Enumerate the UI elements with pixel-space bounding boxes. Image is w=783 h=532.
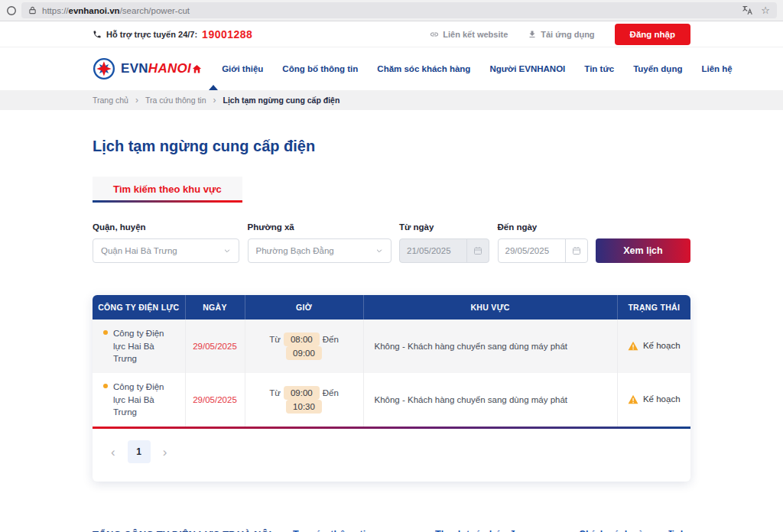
main-navigation: EVNHANOI Giới thiệu Công bố thông tin Ch…: [0, 47, 783, 90]
nav-item-cham-soc-khach-hang[interactable]: Chăm sóc khách hàng: [377, 64, 470, 73]
col-header-area: KHU VỰC: [363, 295, 617, 320]
tab-search-by-area[interactable]: Tìm kiếm theo khu vực: [93, 177, 242, 203]
url-scheme: https://: [42, 6, 69, 15]
chevron-down-icon: [375, 247, 383, 255]
status-label: Kế hoạch: [643, 394, 681, 404]
breadcrumb-home[interactable]: Trang chủ: [93, 96, 128, 105]
time-from-label: Từ: [269, 388, 281, 397]
nav-menu: Giới thiệu Công bố thông tin Chăm sóc kh…: [191, 63, 733, 75]
nav-active-indicator: [209, 85, 218, 90]
translate-icon[interactable]: [742, 5, 753, 16]
nav-item-tin-tuc[interactable]: Tin tức: [584, 64, 614, 73]
from-date-value: 21/05/2025: [400, 239, 466, 262]
hotline-label: Hỗ trợ trực tuyến 24/7:: [106, 30, 197, 39]
login-button[interactable]: Đăng nhập: [615, 24, 690, 45]
row-company: Công ty Điện lực Hai Bà Trưng: [113, 327, 179, 365]
pagination-next-icon[interactable]: ›: [160, 446, 171, 459]
home-icon[interactable]: [191, 63, 203, 75]
calendar-icon[interactable]: [565, 239, 587, 262]
time-to-badge: 09:00: [286, 346, 322, 360]
to-date-value: 29/05/2025: [499, 239, 565, 262]
download-app-label: Tải ứng dụng: [541, 30, 594, 39]
address-bar[interactable]: https://evnhanoi.vn/search/power-cut ☆: [21, 2, 777, 18]
hotline: Hỗ trợ trực tuyến 24/7: 19001288: [93, 28, 252, 41]
time-from-badge: 09:00: [284, 386, 320, 400]
pagination-page-1[interactable]: 1: [128, 440, 151, 463]
search-form: Quận, huyện Quận Hai Bà Trưng Phường xã …: [93, 222, 690, 263]
row-status: Kế hoạch: [617, 373, 690, 427]
link-icon: [430, 30, 439, 39]
col-header-date: NGÀY: [185, 295, 245, 320]
nav-item-cong-bo-thong-tin[interactable]: Công bố thông tin: [282, 64, 358, 73]
url-text[interactable]: https://evnhanoi.vn/search/power-cut: [42, 6, 736, 15]
browser-toolbar: https://evnhanoi.vn/search/power-cut ☆: [0, 0, 783, 21]
shield-icon[interactable]: [6, 5, 17, 16]
bookmark-star-icon[interactable]: ☆: [761, 5, 770, 15]
breadcrumb: Trang chủ › Tra cứu thông tin › Lịch tạm…: [0, 90, 783, 110]
row-area: Không - Khách hàng chuyển sang dùng máy …: [363, 373, 617, 427]
from-date-label: Từ ngày: [399, 222, 489, 232]
pagination-prev-icon[interactable]: ‹: [108, 446, 119, 459]
from-date-input[interactable]: 21/05/2025: [399, 238, 489, 263]
to-date-label: Đến ngày: [498, 222, 588, 232]
time-to-badge: 10:30: [286, 400, 322, 414]
row-area: Không - Khách hàng chuyển sang dùng máy …: [363, 320, 617, 373]
calendar-icon[interactable]: [466, 239, 489, 262]
bullet-dot-icon: [103, 384, 108, 388]
breadcrumb-lookup[interactable]: Tra cứu thông tin: [145, 96, 206, 105]
nav-item-nguoi-evnhanoi[interactable]: Người EVNHANOI: [489, 64, 565, 73]
footer-col-policy-title: Chính sách và quy định: [579, 529, 690, 532]
row-date: 29/05/2025: [185, 373, 245, 427]
warning-triangle-icon: [628, 341, 638, 351]
footer-company-title: TỔNG CÔNG TY ĐIỆN LỰC TP.HÀ NỘI: [93, 529, 293, 532]
row-date: 29/05/2025: [185, 320, 245, 373]
url-path: /search/power-cut: [120, 6, 190, 15]
footer: TỔNG CÔNG TY ĐIỆN LỰC TP.HÀ NỘI Địa chỉ:…: [0, 512, 783, 532]
nav-item-tuyen-dung[interactable]: Tuyển dụng: [633, 64, 682, 73]
table-row: Công ty Điện lực Hai Bà Trưng 29/05/2025…: [93, 320, 690, 373]
utility-bar: Hỗ trợ trực tuyến 24/7: 19001288 Liên kế…: [0, 21, 783, 47]
logo-text-evn: EVN: [121, 61, 148, 76]
bullet-dot-icon: [103, 330, 108, 335]
warning-triangle-icon: [628, 394, 638, 404]
chevron-right-icon: ›: [135, 95, 138, 105]
logo-text-hanoi: HANOI: [148, 61, 191, 76]
breadcrumb-current: Lịch tạm ngừng cung cấp điện: [223, 96, 340, 105]
time-to-label: Đến: [323, 388, 339, 397]
district-select-value: Quận Hai Bà Trưng: [101, 246, 177, 255]
evnhanoi-logo[interactable]: EVNHANOI: [93, 57, 191, 80]
download-app[interactable]: Tải ứng dụng: [528, 30, 594, 39]
table-row: Công ty Điện lực Hai Bà Trưng 29/05/2025…: [93, 373, 690, 427]
page-title: Lịch tạm ngừng cung cấp điện: [93, 110, 690, 155]
row-company: Công ty Điện lực Hai Bà Trưng: [113, 381, 179, 419]
district-label: Quận, huyện: [93, 222, 239, 232]
link-website-label: Liên kết website: [443, 30, 508, 39]
row-time: Từ08:00Đến09:00: [245, 320, 363, 373]
nav-item-gioi-thieu[interactable]: Giới thiệu: [222, 64, 263, 73]
to-date-input[interactable]: 29/05/2025: [498, 238, 588, 263]
ward-select[interactable]: Phường Bạch Đằng: [248, 238, 392, 263]
hotline-number: 19001288: [202, 28, 252, 41]
link-website[interactable]: Liên kết website: [430, 30, 508, 39]
row-status: Kế hoạch: [617, 320, 690, 373]
footer-col-lookup-title: Tra cứu thông tin: [293, 529, 435, 532]
footer-col-billing-title: Thanh toán hóa đơn: [435, 529, 579, 532]
lock-icon: [28, 6, 37, 15]
row-time: Từ09:00Đến10:30: [245, 373, 363, 427]
col-header-company: CÔNG TY ĐIỆN LỰC: [93, 295, 185, 320]
chevron-right-icon: ›: [213, 95, 216, 105]
tab-bar: Tìm kiếm theo khu vực: [93, 177, 690, 203]
nav-item-lien-he[interactable]: Liên hệ: [701, 64, 732, 73]
pagination: ‹ 1 ›: [93, 429, 690, 482]
download-icon: [528, 30, 537, 39]
view-schedule-button[interactable]: Xem lịch: [596, 238, 690, 263]
chevron-down-icon: [223, 247, 231, 255]
phone-icon: [93, 30, 102, 39]
table-header-row: CÔNG TY ĐIỆN LỰC NGÀY GIỜ KHU VỰC TRẠNG …: [93, 295, 690, 320]
ward-label: Phường xã: [248, 222, 392, 232]
url-host: evnhanoi.vn: [69, 6, 120, 15]
col-header-time: GIỜ: [245, 295, 363, 320]
time-from-label: Từ: [269, 335, 281, 344]
ward-select-value: Phường Bạch Đằng: [256, 246, 334, 255]
district-select[interactable]: Quận Hai Bà Trưng: [93, 238, 239, 263]
